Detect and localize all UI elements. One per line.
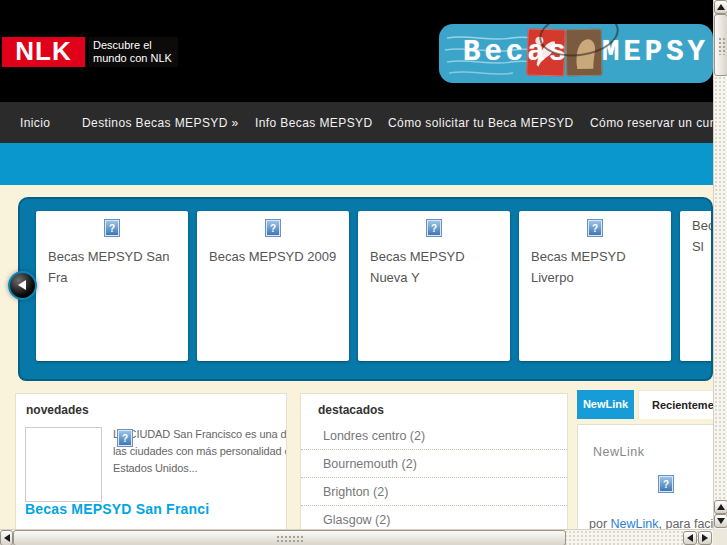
blue-band — [0, 143, 713, 185]
broken-image-icon: ? — [266, 220, 280, 236]
featured-carousel: ? Becas MEPSYD San Fra ? Becas MEPSYD 20… — [18, 197, 713, 381]
main-nav: Inicio Destinos Becas MEPSYD » Info Beca… — [0, 101, 713, 143]
nlk-tagline: Descubre el mundo con NLK — [89, 37, 178, 67]
scroll-up-button[interactable] — [714, 0, 727, 14]
destacados-item-bournemouth[interactable]: Bournemouth (2) — [301, 450, 567, 478]
carousel-card-partial[interactable]: Becas MEPSYD Sl — [680, 211, 713, 361]
novedades-heading: novedades — [26, 403, 89, 417]
destacados-heading: destacados — [318, 403, 384, 417]
scroll-up-icon — [717, 4, 725, 10]
scrollbar-corner — [713, 529, 727, 545]
card-title: Becas MEPSYD Sl — [680, 211, 713, 257]
carousel-card-2009[interactable]: ? Becas MEPSYD 2009 — [197, 211, 349, 361]
vertical-scroll-thumb[interactable] — [714, 14, 727, 76]
scroll-up-button-bottom[interactable] — [714, 500, 727, 514]
nav-item-como-solicitar[interactable]: Cómo solicitar tu Beca MEPSYD — [388, 102, 574, 143]
broken-image-icon: ? — [105, 220, 119, 236]
panel-title: NewLink — [593, 445, 644, 459]
destacados-box: destacados Londres centro (2) Bournemout… — [300, 393, 568, 545]
article-title-link[interactable]: Becas MEPSYD San Franci — [25, 501, 209, 517]
broken-image-icon: ? — [427, 220, 441, 236]
nlk-logo-mark: NLK — [2, 37, 85, 67]
scroll-left-button-right[interactable] — [683, 531, 697, 545]
destacados-item-brighton[interactable]: Brighton (2) — [301, 478, 567, 506]
destacados-item-londres[interactable]: Londres centro (2) — [301, 422, 567, 450]
article-image-placeholder — [25, 427, 102, 502]
becas-mepsyd-logo[interactable]: Becas MEPSY — [439, 24, 713, 83]
carousel-card-san-francisco[interactable]: ? Becas MEPSYD San Fra — [36, 211, 188, 361]
scroll-right-icon — [702, 534, 708, 542]
scroll-left-button[interactable] — [0, 530, 13, 545]
scroll-left-icon — [4, 534, 10, 542]
broken-image-icon: ? — [118, 430, 132, 446]
scroll-down-icon — [717, 518, 725, 524]
page: NLK Descubre el mundo con NLK — [0, 0, 727, 545]
card-title: Becas MEPSYD Liverpo — [519, 242, 671, 288]
scroll-down-button[interactable] — [714, 514, 727, 528]
card-title: Becas MEPSYD 2009 — [197, 242, 349, 267]
carousel-prev-button[interactable] — [8, 271, 37, 300]
article-excerpt: LA CIUDAD San Francisco es una de las ci… — [113, 426, 287, 477]
nav-item-info[interactable]: Info Becas MEPSYD — [255, 102, 373, 143]
novedades-box: novedades ? LA CIUDAD San Francisco es u… — [15, 393, 287, 545]
carousel-card-nueva-york[interactable]: ? Becas MEPSYD Nueva Y — [358, 211, 510, 361]
horizontal-scroll-thumb[interactable] — [13, 530, 566, 545]
nav-item-inicio[interactable]: Inicio — [20, 102, 50, 143]
tab-newlink[interactable]: NewLink — [577, 390, 634, 419]
tagline-line-2: mundo con NLK — [93, 52, 172, 65]
horizontal-scrollbar[interactable] — [0, 529, 713, 545]
carousel-card-liverpool[interactable]: ? Becas MEPSYD Liverpo — [519, 211, 671, 361]
scroll-left-icon — [687, 534, 693, 542]
nlk-logo[interactable]: NLK Descubre el mundo con NLK — [2, 37, 178, 67]
nav-item-como-reservar[interactable]: Cómo reservar un curso — [590, 102, 713, 143]
nav-item-destinos[interactable]: Destinos Becas MEPSYD » — [82, 102, 239, 143]
scroll-right-button[interactable] — [698, 531, 712, 545]
vertical-scrollbar[interactable] — [713, 0, 727, 545]
thumb-grip — [276, 535, 304, 543]
card-title: Becas MEPSYD San Fra — [36, 242, 188, 288]
left-arrow-icon — [18, 280, 26, 290]
newlink-panel: NewLink ? por NewLink, para facilitar — [577, 424, 717, 545]
broken-image-icon: ? — [588, 220, 602, 236]
broken-image-icon: ? — [659, 476, 673, 492]
site-header: NLK Descubre el mundo con NLK — [0, 0, 713, 101]
card-title: Becas MEPSYD Nueva Y — [358, 242, 510, 288]
destacados-list: Londres centro (2) Bournemouth (2) Brigh… — [301, 422, 567, 534]
tagline-line-1: Descubre el — [93, 39, 172, 52]
scroll-up-icon — [717, 504, 725, 510]
thumb-grip — [718, 37, 726, 55]
banner-word-mepsy: MEPSY — [602, 36, 709, 69]
